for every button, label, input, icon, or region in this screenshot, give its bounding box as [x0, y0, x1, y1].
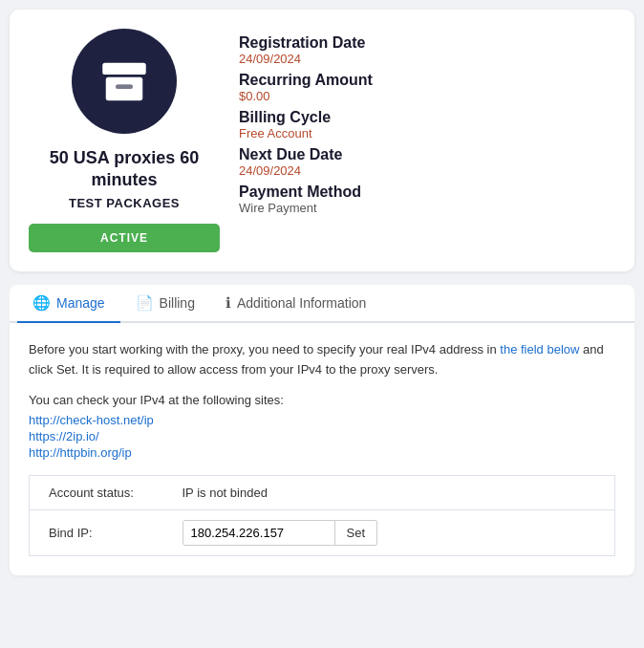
product-details: Registration Date 24/09/2024 Recurring A… [239, 29, 615, 252]
status-table: Account status: IP is not binded Bind IP… [29, 475, 615, 556]
tab-manage-label: Manage [56, 295, 105, 311]
content-area: Before you start working with the proxy,… [10, 323, 634, 576]
svg-rect-0 [102, 63, 146, 75]
bind-ip-input-cell: Set [163, 510, 615, 556]
info-icon: ℹ [225, 294, 231, 312]
billing-cycle-value: Free Account [239, 126, 615, 140]
bind-ip-label: Bind IP: [30, 510, 163, 556]
recurring-amount-row: Recurring Amount $0.00 [239, 72, 615, 107]
payment-method-value: Wire Payment [239, 201, 615, 215]
svg-rect-3 [116, 85, 133, 89]
product-icon [72, 29, 177, 134]
site-link-2[interactable]: https://2ip.io/ [29, 429, 615, 443]
status-badge: ACTIVE [29, 224, 220, 252]
billing-cycle-row: Billing Cycle Free Account [239, 109, 615, 144]
payment-method-label: Payment Method [239, 184, 615, 201]
product-left: 50 USA proxies 60 minutes TEST PACKAGES … [29, 29, 220, 252]
tabs-bar: 🌐 Manage 📄 Billing ℹ Additional Informat… [10, 285, 634, 323]
tab-billing-label: Billing [160, 295, 195, 311]
recurring-amount-label: Recurring Amount [239, 72, 615, 89]
next-due-date-label: Next Due Date [239, 146, 615, 163]
recurring-amount-value: $0.00 [239, 89, 615, 103]
registration-date-row: Registration Date 24/09/2024 [239, 34, 615, 70]
tab-additional-info[interactable]: ℹ Additional Information [210, 285, 381, 323]
next-due-date-row: Next Due Date 24/09/2024 [239, 146, 615, 182]
registration-date-value: 24/09/2024 [239, 52, 615, 66]
next-due-date-value: 24/09/2024 [239, 163, 615, 178]
account-status-label: Account status: [30, 476, 163, 510]
tab-additional-info-label: Additional Information [237, 295, 366, 311]
bind-ip-input-group: Set [182, 520, 378, 546]
product-title: 50 USA proxies 60 minutes [29, 147, 220, 192]
check-sites-label: You can check your IPv4 at the following… [29, 393, 615, 407]
set-button[interactable]: Set [335, 520, 378, 546]
billing-cycle-label: Billing Cycle [239, 109, 615, 126]
tab-manage[interactable]: 🌐 Manage [17, 285, 120, 323]
site-link-3[interactable]: http://httpbin.org/ip [29, 445, 615, 460]
product-card: 50 USA proxies 60 minutes TEST PACKAGES … [10, 10, 634, 271]
site-link-1[interactable]: http://check-host.net/ip [29, 413, 615, 427]
tab-billing[interactable]: 📄 Billing [120, 285, 210, 323]
document-icon: 📄 [136, 294, 154, 312]
highlight-text: the field below [500, 342, 579, 356]
globe-icon: 🌐 [32, 294, 51, 312]
account-status-row: Account status: IP is not binded [30, 476, 615, 510]
account-status-value: IP is not binded [163, 476, 615, 510]
product-subtitle: TEST PACKAGES [69, 196, 180, 210]
bind-ip-row: Bind IP: Set [30, 510, 615, 556]
archive-box-icon [97, 54, 151, 108]
registration-date-label: Registration Date [239, 34, 615, 52]
bind-ip-input[interactable] [182, 520, 335, 546]
description-text: Before you start working with the proxy,… [29, 340, 615, 380]
payment-method-row: Payment Method Wire Payment [239, 184, 615, 219]
